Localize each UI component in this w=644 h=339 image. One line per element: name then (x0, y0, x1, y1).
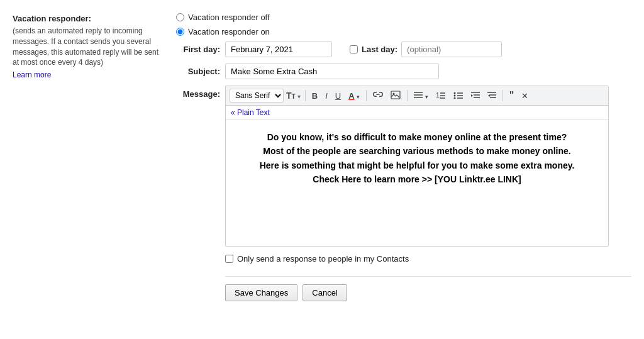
indent-left-button[interactable] (484, 90, 499, 102)
radio-on-row: Vacation responder on (176, 27, 631, 36)
ul-button[interactable] (450, 90, 467, 102)
vacation-responder-description: (sends an automated reply to incoming me… (13, 26, 164, 68)
font-color-button[interactable]: A ▾ (345, 90, 363, 102)
left-panel: Vacation responder: (sends an automated … (13, 13, 164, 308)
last-day-label[interactable]: Last day: (362, 45, 397, 54)
indent-right-button[interactable] (468, 90, 483, 102)
radio-off-row: Vacation responder off (176, 13, 631, 22)
contacts-label[interactable]: Only send a response to people in my Con… (237, 254, 409, 264)
last-day-input[interactable] (401, 42, 502, 57)
ol-button[interactable]: 1. (433, 90, 449, 102)
font-size-control: TT ▾ (286, 91, 301, 101)
editor-toolbar: Sans Serif TT ▾ B I U A ▾ (226, 86, 608, 106)
first-day-row: First day: Last day: (176, 42, 631, 57)
save-button[interactable]: Save Changes (225, 284, 297, 301)
contacts-row: Only send a response to people in my Con… (225, 254, 631, 264)
message-body-line2: Most of the people are searching various… (263, 146, 570, 156)
vacation-on-label[interactable]: Vacation responder on (188, 27, 270, 36)
subject-label: Subject: (176, 67, 220, 76)
message-body-line3: Here is something that might be helpful … (260, 160, 575, 170)
cancel-button[interactable]: Cancel (303, 284, 347, 301)
editor-container: Sans Serif TT ▾ B I U A ▾ (225, 86, 609, 247)
plain-text-link[interactable]: « Plain Text (226, 106, 608, 120)
last-day-section: Last day: (350, 42, 502, 57)
message-label: Message: (176, 89, 220, 99)
italic-button[interactable]: I (322, 90, 331, 102)
vacation-responder-title: Vacation responder: (13, 14, 91, 23)
svg-rect-0 (391, 91, 400, 99)
message-body-line4: Check Here to learn more >> [YOU Linktr.… (313, 174, 521, 184)
message-row: Message: Sans Serif TT ▾ B I U (176, 86, 631, 247)
font-family-select[interactable]: Sans Serif (230, 89, 284, 103)
toolbar-divider-1 (305, 90, 306, 101)
message-body-line1: Do you know, it's so difficult to make m… (267, 132, 567, 142)
image-button[interactable] (387, 89, 404, 103)
save-row: Save Changes Cancel (225, 276, 631, 308)
underline-button[interactable]: U (332, 90, 344, 102)
vacation-off-label[interactable]: Vacation responder off (188, 13, 270, 22)
last-day-checkbox[interactable] (350, 45, 358, 53)
contacts-checkbox[interactable] (225, 255, 233, 263)
align-button[interactable]: ▾ (411, 90, 431, 102)
svg-point-10 (453, 94, 455, 96)
vacation-on-radio[interactable] (176, 28, 184, 36)
right-panel: Vacation responder off Vacation responde… (176, 13, 631, 308)
first-day-label: First day: (176, 45, 220, 54)
toolbar-divider-2 (366, 90, 367, 101)
bold-button[interactable]: B (309, 90, 321, 102)
learn-more-link[interactable]: Learn more (13, 70, 51, 79)
vacation-off-radio[interactable] (176, 13, 184, 21)
toolbar-divider-4 (502, 90, 503, 101)
first-day-input[interactable] (225, 42, 332, 57)
quote-button[interactable]: " (506, 89, 518, 103)
subject-row: Subject: (176, 64, 631, 79)
remove-format-button[interactable]: ✕ (518, 90, 531, 102)
message-body[interactable]: Do you know, it's so difficult to make m… (226, 120, 608, 246)
link-button[interactable] (370, 90, 386, 102)
toolbar-divider-3 (407, 90, 408, 101)
svg-point-9 (453, 92, 455, 94)
subject-input[interactable] (225, 64, 439, 79)
svg-point-11 (453, 97, 455, 99)
